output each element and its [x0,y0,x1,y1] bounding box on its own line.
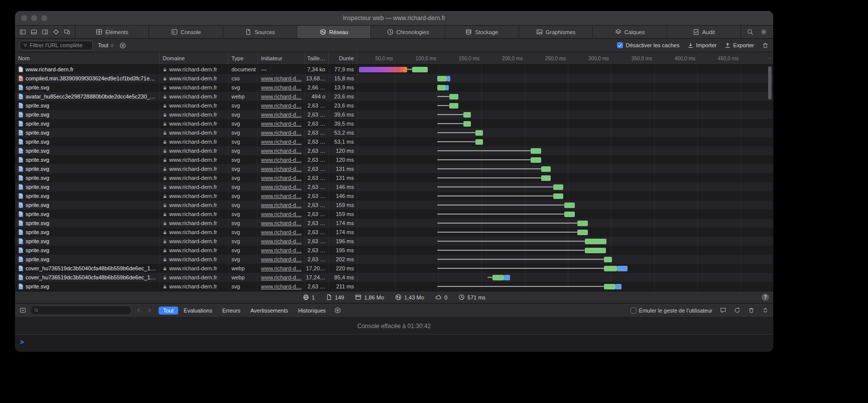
resource-type-select[interactable]: Tout [98,42,114,48]
console-search-input[interactable] [30,306,132,315]
column-header-nom[interactable]: Nom [15,52,160,64]
import-button[interactable]: Importer [687,42,716,49]
initiator-text[interactable]: www.richard-d… [261,148,302,154]
table-row[interactable]: sprite.svgwww.richard-dern.frsvgwww.rich… [15,182,773,191]
column-header-type[interactable]: Type [228,52,258,64]
initiator-text[interactable]: www.richard-d… [261,175,302,181]
zoom-button[interactable] [41,15,47,21]
initiator-text[interactable]: www.richard-d… [261,157,302,163]
initiator-text[interactable]: www.richard-d… [261,103,302,109]
export-button[interactable]: Exporter [724,42,754,49]
table-row[interactable]: sprite.svgwww.richard-dern.frsvgwww.rich… [15,219,773,228]
initiator-text[interactable]: www.richard-d… [261,247,302,253]
tab-reseau[interactable]: Réseau [297,26,370,38]
initiator-text[interactable]: www.richard-d… [261,283,302,289]
help-button[interactable]: ? [762,293,769,301]
gear-icon[interactable] [761,29,767,35]
initiator-text[interactable]: www.richard-d… [261,274,302,280]
console-tab-avertissements[interactable]: Avertissements [246,307,293,315]
network-filter-options-icon[interactable] [119,42,126,49]
table-row[interactable]: sprite.svgwww.richard-dern.frsvgwww.rich… [15,164,773,173]
scroll-up-icon[interactable] [768,56,772,60]
console-tab-historiques[interactable]: Historiques [294,307,330,315]
clear-network-trash-icon[interactable] [762,42,769,49]
table-row[interactable]: compiled.min.38390909f303624ed9e1cf1bd3f… [15,74,773,83]
initiator-text[interactable]: www.richard-d… [261,265,302,271]
initiator-text[interactable]: www.richard-d… [261,130,302,136]
emulate-gesture-checkbox[interactable]: Émuler le geste de l'utilisateur [631,308,712,314]
table-row[interactable]: sprite.svgwww.richard-dern.frsvgwww.rich… [15,237,773,246]
table-row[interactable]: sprite.svgwww.richard-dern.frsvgwww.rich… [15,210,773,219]
table-row[interactable]: sprite.svgwww.richard-dern.frsvgwww.rich… [15,255,773,264]
reload-icon[interactable] [734,307,740,314]
vertical-scrollbar[interactable] [768,66,772,99]
device-icon[interactable] [64,29,70,35]
initiator-text[interactable]: www.richard-d… [261,184,302,190]
initiator-text[interactable]: www.richard-d… [261,238,302,244]
table-row[interactable]: sprite.svgwww.richard-dern.frsvgwww.rich… [15,173,773,182]
tab-sources[interactable]: Sources [223,26,297,38]
console-tab-erreurs[interactable]: Erreurs [218,307,245,315]
initiator-text[interactable]: www.richard-d… [261,93,302,99]
table-row[interactable]: avatar_hu85ecc3e298728880b0bde2dcc4e5c23… [15,92,773,101]
table-row[interactable]: sprite.svgwww.richard-dern.frsvgwww.rich… [15,155,773,164]
table-row[interactable]: sprite.svgwww.richard-dern.frsvgwww.rich… [15,282,773,291]
column-header-domaine[interactable]: Domaine [160,52,228,64]
initiator-text[interactable]: www.richard-d… [261,112,302,118]
table-row[interactable]: cover_hu736519dc3b5040cfa48b6b559b6de6ec… [15,273,773,282]
column-header-taille[interactable]: Taille… [305,52,329,64]
dock-bottom-icon[interactable] [31,29,37,35]
dock-side-icon[interactable] [20,29,26,35]
tab-console[interactable]: Console [149,26,222,38]
url-filter-input[interactable]: Filtrer l'URL complète [20,41,93,50]
initiator-text[interactable]: www.richard-d… [261,75,302,81]
console-filter-options-icon[interactable] [334,307,341,314]
initiator-text[interactable]: www.richard-d… [261,256,302,262]
tab-audit[interactable]: Audit [667,26,740,38]
disable-caches-checkbox[interactable]: Désactiver les caches [617,42,679,48]
column-header-initiateur[interactable]: Initiateur [258,52,305,64]
tab-chronologies[interactable]: Chronologies [370,26,444,38]
initiator-text[interactable]: www.richard-d… [261,193,302,199]
console-tab-evaluations[interactable]: Évaluations [179,307,217,315]
table-row[interactable]: sprite.svgwww.richard-dern.frsvgwww.rich… [15,146,773,155]
table-row[interactable]: sprite.svgwww.richard-dern.frsvgwww.rich… [15,246,773,255]
initiator-text[interactable]: www.richard-d… [261,84,302,90]
table-row[interactable]: sprite.svgwww.richard-dern.frsvgwww.rich… [15,119,773,128]
initiator-text[interactable]: www.richard-d… [261,202,302,208]
console-prompt[interactable]: > [15,335,773,352]
message-source-picker-icon[interactable] [20,307,26,314]
close-button[interactable] [21,15,27,21]
table-row[interactable]: www.richard-dern.frwww.richard-dern.frdo… [15,65,773,74]
search-icon[interactable] [747,29,754,35]
table-row[interactable]: cover_hu736519dc3b5040cfa48b6b559b6de6ec… [15,264,773,273]
initiator-text[interactable]: www.richard-d… [261,211,302,217]
tab-calques[interactable]: Calques [592,26,666,38]
clear-console-trash-icon[interactable] [748,307,755,314]
column-header-duree[interactable]: Durée [329,52,357,64]
history-back-icon[interactable] [136,307,142,314]
expand-console-icon[interactable] [762,307,769,314]
tab-elements[interactable]: Éléments [75,26,149,38]
console-tab-tout[interactable]: Tout [159,307,178,315]
table-row[interactable]: sprite.svgwww.richard-dern.frsvgwww.rich… [15,83,773,92]
table-row[interactable]: sprite.svgwww.richard-dern.frsvgwww.rich… [15,128,773,137]
tab-graphismes[interactable]: Graphismes [519,26,592,38]
table-row[interactable]: sprite.svgwww.richard-dern.frsvgwww.rich… [15,200,773,210]
dock-right-icon[interactable] [42,29,48,35]
element-selector-icon[interactable] [53,29,59,35]
initiator-text[interactable]: www.richard-d… [261,229,302,235]
history-forward-icon[interactable] [146,307,153,314]
minimize-button[interactable] [31,15,37,21]
tab-stockage[interactable]: Stockage [445,26,519,38]
initiator-text[interactable]: www.richard-d… [261,121,302,127]
table-row[interactable]: sprite.svgwww.richard-dern.frsvgwww.rich… [15,101,773,110]
initiator-text[interactable]: www.richard-d… [261,139,302,145]
table-row[interactable]: sprite.svgwww.richard-dern.frsvgwww.rich… [15,110,773,119]
initiator-text[interactable]: www.richard-d… [261,166,302,172]
table-row[interactable]: sprite.svgwww.richard-dern.frsvgwww.rich… [15,137,773,146]
initiator-text[interactable]: www.richard-d… [261,220,302,226]
console-messages-icon[interactable] [720,307,726,314]
table-row[interactable]: sprite.svgwww.richard-dern.frsvgwww.rich… [15,228,773,237]
table-row[interactable]: sprite.svgwww.richard-dern.frsvgwww.rich… [15,191,773,200]
